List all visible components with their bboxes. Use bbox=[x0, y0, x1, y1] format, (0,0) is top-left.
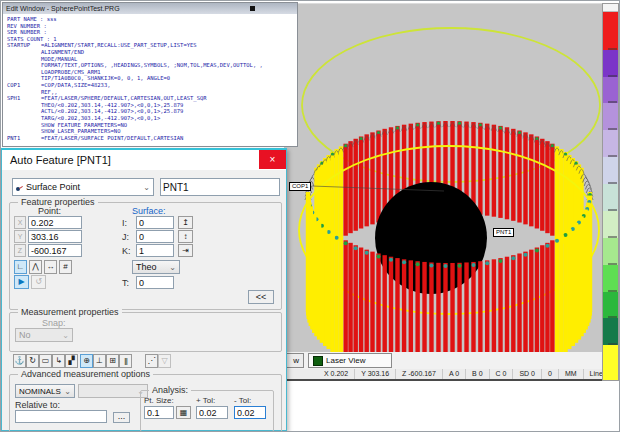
code-line-text: SHOW_LASER_PARAMETERS=NO bbox=[41, 128, 120, 134]
pixel-grid-button[interactable]: ▦ bbox=[176, 406, 191, 419]
pt-size-input[interactable] bbox=[144, 406, 174, 419]
point-path-button[interactable]: ⋰ bbox=[145, 354, 158, 368]
code-line-text: =ALIGNMENT/START,RECALL:USE_PART_SETUP,L… bbox=[41, 42, 197, 48]
relative-to-label: Relative to: bbox=[15, 400, 60, 410]
code-line-text: MODE/MANUAL bbox=[41, 56, 77, 62]
edit-window-title: Edit Window - SpherePointTest.PRG bbox=[6, 5, 120, 12]
colorbar-segment bbox=[603, 157, 618, 184]
feature-name-input[interactable] bbox=[160, 178, 280, 196]
surface-point-icon bbox=[16, 184, 23, 191]
code-line-text: TIP/T1A0B0C0, SHANKIJK=0, 0, 1, ANGLE=0 bbox=[41, 75, 170, 81]
target-button[interactable]: ⊕ bbox=[80, 354, 93, 368]
columns-icon: ||| bbox=[124, 357, 126, 364]
feature-type-dropdown[interactable]: Surface Point ⌄ bbox=[12, 178, 154, 196]
status-field-Z: Z -600.167 bbox=[396, 369, 443, 379]
code-line: LOADPROBE/CMS_ARM1 bbox=[7, 69, 297, 76]
vector-point-button[interactable]: ↥ bbox=[178, 216, 193, 229]
point-y-input[interactable] bbox=[28, 230, 82, 243]
feature-type-value: Surface Point bbox=[26, 182, 80, 192]
code-line-label: STARTUP bbox=[7, 42, 41, 49]
point-cloud-scene bbox=[284, 4, 620, 354]
t-input[interactable] bbox=[136, 276, 174, 289]
code-line-label: COP1 bbox=[7, 82, 41, 89]
tab-view-partial-label: w bbox=[293, 356, 299, 365]
vector-align-button[interactable]: ⇥ bbox=[178, 244, 193, 257]
relative-to-input[interactable] bbox=[15, 410, 107, 423]
region-icon: ▭ bbox=[42, 356, 50, 365]
cop-feature-label[interactable]: COP1 bbox=[289, 182, 311, 191]
nominals-dropdown-value: NOMINALS bbox=[19, 387, 61, 396]
graphics-view[interactable]: COP1 PNT1 bbox=[284, 3, 620, 354]
measure-now-button[interactable]: ▶ bbox=[14, 275, 29, 289]
width-mode-button[interactable]: ↔ bbox=[44, 260, 57, 274]
snap-label: Snap: bbox=[42, 318, 66, 328]
theo-dropdown[interactable]: Theo ⌄ bbox=[132, 260, 180, 274]
laser-view-icon bbox=[313, 356, 323, 366]
tab-laser-view-label: Laser View bbox=[326, 356, 365, 365]
code-line-text: =COP/DATA,SIZE=48233, bbox=[41, 82, 111, 88]
vector-label: J: bbox=[122, 232, 129, 242]
dialog-titlebar[interactable]: Auto Feature [PNT1] × bbox=[2, 150, 286, 170]
pnt-feature-label[interactable]: PNT1 bbox=[493, 228, 514, 237]
code-line: THEO/<0.202,303.14,-412.907>,<0,0,1>,25.… bbox=[7, 102, 297, 109]
rotate-button[interactable]: ↻ bbox=[26, 354, 39, 368]
code-line: SHOW_LASER_PARAMETERS=NO bbox=[7, 128, 297, 135]
point-x-input[interactable] bbox=[28, 216, 82, 229]
colorbar-segment bbox=[603, 238, 618, 265]
status-bar: X 0.202Y 303.16Z -600.167A 0B 0C 0SD 00M… bbox=[284, 369, 602, 381]
code-line: STARTUP=ALIGNMENT/START,RECALL:USE_PART_… bbox=[7, 42, 297, 49]
snap-dropdown-value: No bbox=[19, 330, 31, 340]
colorbar-segment bbox=[603, 12, 618, 50]
axes-mode-button[interactable]: ∟ bbox=[14, 260, 27, 274]
code-line: MODE/MANUAL bbox=[7, 56, 297, 63]
offset-box-button[interactable]: ⊞ bbox=[106, 354, 119, 368]
grid-mode-button[interactable]: # bbox=[59, 260, 72, 274]
surface-label[interactable]: Surface: bbox=[132, 206, 166, 216]
peaks-mode-button[interactable]: ⋀ bbox=[29, 260, 42, 274]
tab-laser-view[interactable]: Laser View bbox=[308, 353, 392, 368]
colorbar-segment bbox=[603, 130, 618, 157]
nominals-dropdown[interactable]: NOMINALS ⌄ bbox=[15, 384, 75, 398]
vector-k-input[interactable] bbox=[136, 244, 174, 257]
code-line-text: =FEAT/LASER/SURFACE POINT/DEFAULT,CARTES… bbox=[41, 135, 183, 141]
plus-tol-input[interactable] bbox=[196, 406, 228, 419]
axis-label-x: X bbox=[14, 216, 26, 229]
t-label: T: bbox=[122, 278, 129, 288]
colorbar-segment bbox=[603, 265, 618, 292]
nominals-mode-dropdown[interactable]: ⌄ bbox=[78, 384, 148, 398]
target-icon: ⊕ bbox=[83, 356, 90, 365]
point-z-input[interactable] bbox=[28, 244, 82, 257]
rotate-icon: ↻ bbox=[29, 356, 36, 365]
minus-tol-input[interactable] bbox=[234, 406, 266, 419]
code-line-text: LOADPROBE/CMS_ARM1 bbox=[41, 69, 101, 75]
level-button[interactable]: ⊥ bbox=[93, 354, 106, 368]
status-field-extra: 0 bbox=[542, 369, 559, 379]
close-icon[interactable]: × bbox=[259, 150, 286, 169]
vector-i-input[interactable] bbox=[136, 216, 174, 229]
vector-flip-button[interactable]: ↕ bbox=[178, 230, 193, 243]
anchor-button[interactable]: ⚓ bbox=[13, 354, 26, 368]
status-field-SD: SD 0 bbox=[513, 369, 542, 379]
columns-button[interactable]: ||| bbox=[119, 354, 132, 368]
width-mode-icon: ↔ bbox=[47, 262, 55, 271]
filter-button[interactable]: ▽ bbox=[158, 354, 171, 368]
axes-mode-icon: ∟ bbox=[17, 262, 25, 271]
history-button[interactable]: ↺ bbox=[31, 275, 46, 289]
window-menu-icon[interactable] bbox=[250, 6, 255, 11]
collapse-button[interactable]: << bbox=[248, 290, 274, 304]
tab-view-partial[interactable]: w bbox=[284, 353, 304, 368]
axis-label-z: Z bbox=[14, 244, 26, 257]
snap-dropdown[interactable]: No ⌄ bbox=[15, 328, 73, 342]
code-line: PART NAME : sss bbox=[7, 16, 297, 23]
browse-button[interactable]: ... bbox=[113, 412, 130, 423]
region-button[interactable]: ▭ bbox=[39, 354, 52, 368]
vector-j-input[interactable] bbox=[136, 230, 174, 243]
edit-window-code[interactable]: PART NAME : sssREV NUMBER :SER NUMBER :S… bbox=[3, 14, 297, 146]
point-label: Point: bbox=[38, 206, 61, 216]
colorbar-segment bbox=[603, 292, 618, 319]
redirect-button[interactable]: ↳ bbox=[52, 354, 65, 368]
vector-label: K: bbox=[122, 246, 131, 256]
histogram-button[interactable]: ▞ bbox=[65, 354, 78, 368]
status-units: MM bbox=[559, 369, 584, 379]
edit-window-titlebar[interactable]: Edit Window - SpherePointTest.PRG bbox=[3, 3, 297, 14]
